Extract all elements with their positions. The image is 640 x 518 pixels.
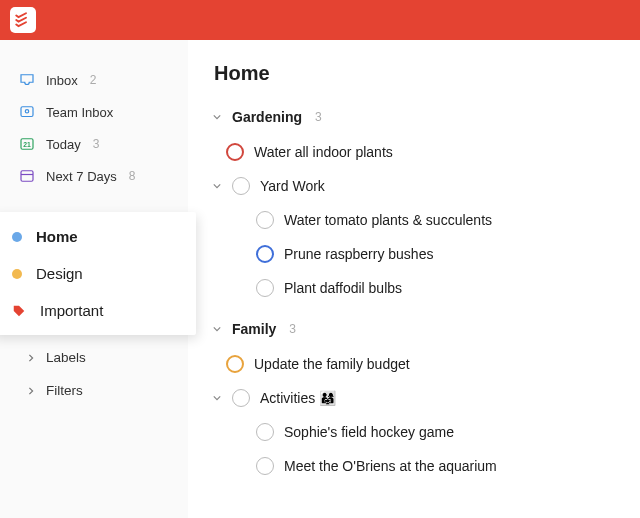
task-row[interactable]: Update the family budget [212,347,620,381]
task-text: Plant daffodil bulbs [284,280,402,296]
svg-rect-0 [21,107,33,117]
nav-count: 3 [93,137,100,151]
task-text: Activities 👨‍👩‍👧 [260,390,336,406]
project-list: Home Design Important [0,212,196,335]
section-family: Family 3 Update the family budget Activi… [212,317,620,483]
task-text: Meet the O'Briens at the aquarium [284,458,497,474]
task-text: Yard Work [260,178,325,194]
section-name: Family [232,321,276,337]
chevron-down-icon [212,182,222,190]
task-row[interactable]: Meet the O'Briens at the aquarium [212,449,620,483]
sidebar-filters[interactable]: Filters [0,374,188,407]
task-row[interactable]: Activities 👨‍👩‍👧 [212,381,620,415]
chevron-right-icon [26,353,36,363]
section-gardening: Gardening 3 Water all indoor plants Yard… [212,105,620,305]
project-important[interactable]: Important [0,292,196,329]
task-checkbox[interactable] [256,423,274,441]
task-text: Sophie's field hockey game [284,424,454,440]
nav-next7[interactable]: Next 7 Days 8 [0,160,188,192]
nav-label: Today [46,137,81,152]
task-row[interactable]: Water all indoor plants [212,135,620,169]
task-checkbox[interactable] [256,211,274,229]
app-logo[interactable] [10,7,36,33]
tag-icon [12,304,26,318]
project-label: Design [36,265,83,282]
task-row[interactable]: Prune raspberry bushes [212,237,620,271]
project-color-dot [12,269,22,279]
topbar [0,0,640,40]
project-label: Important [40,302,103,319]
nav-label: Inbox [46,73,78,88]
sub-label: Labels [46,350,86,365]
chevron-down-icon [212,394,222,402]
section-header[interactable]: Gardening 3 [212,105,620,129]
task-row[interactable]: Yard Work [212,169,620,203]
nav-count: 2 [90,73,97,87]
main-content: Home Gardening 3 Water all indoor plants… [188,40,640,518]
sidebar-labels[interactable]: Labels [0,341,188,374]
nav-team-inbox[interactable]: Team Inbox [0,96,188,128]
nav-inbox[interactable]: Inbox 2 [0,64,188,96]
project-home[interactable]: Home [0,218,196,255]
next7-icon [18,167,36,185]
section-count: 3 [289,322,296,336]
chevron-down-icon [212,325,222,333]
today-icon: 21 [18,135,36,153]
sidebar-sublist: Labels Filters [0,335,188,407]
task-checkbox[interactable] [226,143,244,161]
task-checkbox[interactable] [226,355,244,373]
svg-point-1 [25,110,28,113]
svg-text:21: 21 [23,141,31,148]
project-design[interactable]: Design [0,255,196,292]
nav-label: Team Inbox [46,105,113,120]
task-row[interactable]: Water tomato plants & succulents [212,203,620,237]
section-count: 3 [315,110,322,124]
page-title: Home [214,62,620,85]
nav-label: Next 7 Days [46,169,117,184]
svg-rect-4 [21,171,33,182]
task-text: Update the family budget [254,356,410,372]
project-color-dot [12,232,22,242]
task-checkbox[interactable] [256,279,274,297]
nav-today[interactable]: 21 Today 3 [0,128,188,160]
task-text: Water tomato plants & succulents [284,212,492,228]
task-text: Water all indoor plants [254,144,393,160]
task-row[interactable]: Plant daffodil bulbs [212,271,620,305]
task-checkbox[interactable] [256,457,274,475]
todoist-logo-icon [14,11,32,29]
task-row[interactable]: Sophie's field hockey game [212,415,620,449]
project-label: Home [36,228,78,245]
task-checkbox[interactable] [232,177,250,195]
team-inbox-icon [18,103,36,121]
section-header[interactable]: Family 3 [212,317,620,341]
task-text: Prune raspberry bushes [284,246,433,262]
chevron-down-icon [212,113,222,121]
task-checkbox[interactable] [232,389,250,407]
nav-count: 8 [129,169,136,183]
section-name: Gardening [232,109,302,125]
task-checkbox[interactable] [256,245,274,263]
inbox-icon [18,71,36,89]
sub-label: Filters [46,383,83,398]
chevron-right-icon [26,386,36,396]
sidebar: Inbox 2 Team Inbox 21 Today 3 Next 7 Day… [0,40,188,518]
